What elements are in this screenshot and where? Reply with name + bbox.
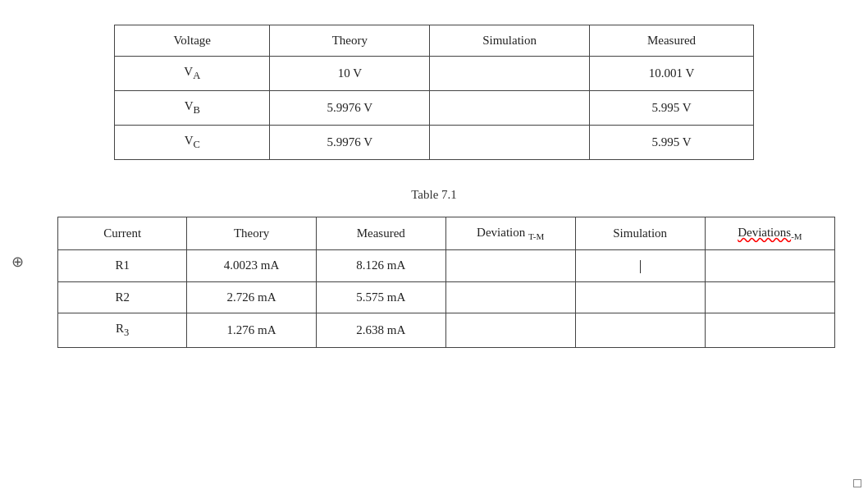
simulation-r1 (575, 250, 705, 282)
deviations-m-subscript: -M (791, 231, 802, 241)
table-caption: Table 7.1 (411, 188, 457, 202)
simulation-r3 (575, 313, 705, 347)
corner-resize-handle[interactable] (853, 479, 861, 487)
col-header-deviation-tm: Deviation T-M (445, 217, 575, 250)
current-header-row: Current Theory Measured Deviation T-M Si… (58, 217, 835, 250)
col-header-measured: Measured (589, 25, 753, 57)
current-r1: R1 (58, 250, 187, 282)
theory-c: 5.9976 V (270, 126, 430, 160)
table-row: VC 5.9976 V 5.995 V (115, 126, 754, 160)
deviation-sm-r3 (705, 313, 834, 347)
col-header-simulation: Simulation (430, 25, 590, 57)
deviation-tm-r3 (445, 313, 575, 347)
measured-b: 5.995 V (589, 91, 753, 126)
deviation-sm-r1 (705, 250, 834, 282)
theory-b: 5.9976 V (270, 91, 430, 126)
current-r2: R2 (58, 281, 187, 313)
current-table-wrapper: Current Theory Measured Deviation T-M Si… (33, 217, 835, 348)
measured-r1: 8.126 mA (316, 250, 445, 282)
voltage-label-b: VB (115, 91, 270, 126)
deviation-tm-label: T-M (528, 231, 544, 241)
page-container: Voltage Theory Simulation Measured VA 10… (33, 16, 835, 348)
col-header-voltage: Voltage (115, 25, 270, 57)
subscript-b: B (193, 104, 199, 116)
col-header-simulation2: Simulation (575, 217, 705, 250)
col-header-measured2: Measured (316, 217, 445, 250)
table-row: VB 5.9976 V 5.995 V (115, 91, 754, 126)
measured-a: 10.001 V (589, 57, 753, 91)
table-row: R3 1.276 mA 2.638 mA (58, 313, 835, 347)
table-row: VA 10 V 10.001 V (115, 57, 754, 91)
measured-r3: 2.638 mA (316, 313, 445, 347)
col-header-theory2: Theory (187, 217, 316, 250)
table-header-row: Voltage Theory Simulation Measured (115, 25, 754, 57)
voltage-table-wrapper: Voltage Theory Simulation Measured VA 10… (114, 25, 754, 160)
deviation-tm-r1 (445, 250, 575, 282)
col-header-current: Current (58, 217, 187, 250)
current-table: Current Theory Measured Deviation T-M Si… (57, 217, 835, 348)
subscript-c: C (193, 139, 199, 150)
col-header-theory: Theory (270, 25, 430, 57)
theory-r2: 2.726 mA (187, 281, 316, 313)
deviation-sm-r2 (705, 281, 834, 313)
deviations-m-label: Deviations (738, 226, 791, 239)
measured-c: 5.995 V (589, 126, 753, 160)
table-row: R2 2.726 mA 5.575 mA (58, 281, 835, 313)
subscript-a: A (193, 70, 200, 81)
theory-a: 10 V (270, 57, 430, 91)
move-icon[interactable]: ⊕ (11, 253, 24, 271)
simulation-a (430, 57, 590, 91)
theory-r3: 1.276 mA (187, 313, 316, 347)
simulation-r2 (575, 281, 705, 313)
simulation-c (430, 126, 590, 160)
measured-r2: 5.575 mA (316, 281, 445, 313)
voltage-label-a: VA (115, 57, 270, 91)
voltage-label-c: VC (115, 126, 270, 160)
simulation-b (430, 91, 590, 126)
current-r3: R3 (58, 313, 187, 347)
voltage-table: Voltage Theory Simulation Measured VA 10… (114, 25, 754, 160)
table-row: R1 4.0023 mA 8.126 mA (58, 250, 835, 282)
theory-r1: 4.0023 mA (187, 250, 316, 282)
subscript-r3: 3 (124, 327, 129, 338)
text-cursor (640, 260, 641, 273)
deviation-tm-r2 (445, 281, 575, 313)
col-header-deviations-m: Deviations-M (705, 217, 834, 250)
